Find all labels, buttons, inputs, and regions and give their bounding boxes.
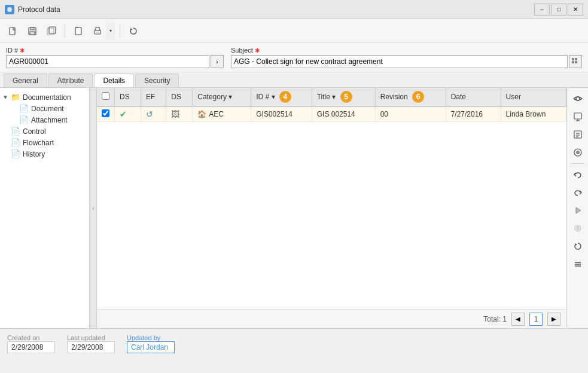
window-controls: – □ ✕ (534, 4, 583, 16)
svg-rect-14 (575, 58, 577, 60)
badge-button[interactable] (569, 144, 586, 161)
print-button[interactable] (89, 23, 106, 39)
tab-details[interactable]: Details (94, 74, 134, 87)
row-id: GIS002514 (251, 106, 312, 122)
undo-button[interactable] (569, 166, 586, 183)
print-dropdown-arrow[interactable]: ▾ (106, 23, 115, 39)
updated-by-value: Carl Jordan (127, 341, 175, 353)
table-header-row: DS EF DS Category ▾ ID # ▾ 4 Title ▾ 5 (97, 88, 566, 106)
ds1-check-icon: ✔ (120, 109, 127, 119)
next-page-button[interactable]: ▶ (547, 313, 560, 326)
subject-grid-button[interactable] (569, 55, 582, 68)
refresh2-button[interactable] (569, 238, 586, 255)
current-page: 1 (529, 313, 543, 326)
svg-rect-18 (574, 113, 581, 119)
col-header-id[interactable]: ID # ▾ 4 (251, 88, 312, 106)
tree-item-control[interactable]: 📄 Control (0, 126, 89, 137)
view-button[interactable] (569, 90, 586, 107)
created-on-label: Created on (7, 334, 55, 341)
app-icon (5, 5, 14, 14)
tree-item-attachment[interactable]: 📄 Attachment (8, 114, 89, 126)
sidebar-tree: ▼ 📁 Documentation 📄 Document 📄 Attachmen… (0, 88, 90, 328)
tree-item-history[interactable]: 📄 History (0, 148, 89, 160)
tree-item-document[interactable]: 📄 Document (8, 103, 89, 114)
main-toolbar: ▾ (0, 19, 588, 43)
id-input[interactable] (6, 55, 209, 68)
title-bar: Protocol data – □ ✕ (0, 0, 588, 19)
table-row[interactable]: ✔ ↺ 🖼 🏠AEC GIS002514 GIS 002514 (97, 106, 566, 122)
tree-item-documentation[interactable]: ▼ 📁 Documentation (0, 91, 89, 103)
attach-icon: 📄 (19, 115, 29, 124)
col-header-ds2: DS (166, 88, 193, 106)
updated-by-label: Updated by (127, 334, 175, 341)
svg-point-26 (576, 151, 580, 154)
select-all-checkbox[interactable] (102, 92, 109, 100)
last-updated-value: 2/29/2008 (67, 341, 115, 353)
created-on-value: 2/29/2008 (7, 341, 55, 353)
maximize-button[interactable]: □ (551, 4, 566, 16)
col-header-date: Date (446, 88, 501, 106)
svg-rect-10 (96, 27, 99, 30)
toolbar-separator-1 (65, 24, 65, 38)
right-toolbar: Ⓑ (566, 88, 588, 328)
id-arrow-button[interactable]: › (211, 55, 224, 68)
pagination-bar: Total: 1 ◀ 1 ▶ (97, 309, 566, 328)
row-ds1: ✔ (115, 106, 141, 122)
row-revision: 00 (375, 106, 446, 122)
tree-label-document: Document (31, 105, 64, 113)
subject-field-group: Subject ✱ (231, 47, 582, 68)
tree-label-attachment: Attachment (31, 116, 68, 124)
svg-rect-13 (572, 58, 574, 60)
row-category: 🏠AEC (193, 106, 251, 122)
row-checkbox-cell (97, 106, 115, 122)
prev-page-button[interactable]: ◀ (511, 313, 525, 326)
sort-badge-4: 4 (279, 91, 291, 103)
list2-button[interactable] (569, 256, 586, 273)
tree-item-flowchart[interactable]: 📄 Flowchart (0, 137, 89, 148)
total-label: Total: 1 (483, 315, 507, 323)
row-checkbox[interactable] (102, 109, 109, 117)
row-title: GIS 002514 (312, 106, 375, 122)
control-icon: 📄 (11, 127, 20, 136)
minimize-button[interactable]: – (534, 4, 550, 16)
tab-security[interactable]: Security (135, 74, 179, 87)
close-button[interactable]: ✕ (568, 4, 583, 16)
subject-input[interactable] (231, 55, 568, 68)
col-header-check (97, 88, 115, 106)
forward-button[interactable] (569, 202, 586, 219)
col-header-category[interactable]: Category ▾ (193, 88, 251, 106)
save-copy-button[interactable] (43, 23, 60, 39)
save-button[interactable] (24, 23, 41, 39)
tabs-row: General Attribute Details Security (0, 74, 588, 88)
tab-general[interactable]: General (4, 74, 47, 87)
updated-by-field: Updated by Carl Jordan (127, 334, 175, 353)
tree-label-flowchart: Flowchart (23, 139, 54, 147)
print-dropdown: ▾ (89, 23, 115, 39)
main-content: ▼ 📁 Documentation 📄 Document 📄 Attachmen… (0, 88, 588, 328)
folder-icon: 📁 (11, 93, 20, 102)
svg-rect-4 (30, 32, 35, 35)
checkout-button[interactable] (569, 108, 586, 125)
svg-rect-11 (96, 32, 99, 33)
col-header-ef: EF (141, 88, 166, 106)
col-header-title[interactable]: Title ▾ 5 (312, 88, 375, 106)
expand-icon: ▼ (2, 94, 11, 100)
window-title: Protocol data (18, 5, 60, 14)
row-user: Linda Brown (501, 106, 566, 122)
redo-button[interactable] (569, 184, 586, 201)
tab-attribute[interactable]: Attribute (48, 74, 93, 87)
col-header-revision[interactable]: Revision 6 (375, 88, 446, 106)
notes-button[interactable] (569, 126, 586, 143)
doc-icon: 📄 (19, 104, 29, 113)
attach-button[interactable] (70, 23, 87, 39)
refresh-button[interactable] (125, 23, 142, 39)
sidebar-collapse-handle[interactable]: ‹ (90, 88, 97, 328)
category-home-icon: 🏠 (197, 110, 206, 118)
id-label: ID # ✱ (6, 47, 224, 54)
b-button[interactable]: Ⓑ (569, 220, 586, 237)
tree-label-control: Control (23, 127, 46, 136)
new-button[interactable] (5, 23, 22, 39)
id-subject-area: ID # ✱ › Subject ✱ (0, 43, 588, 72)
records-table: DS EF DS Category ▾ ID # ▾ 4 Title ▾ 5 (97, 88, 566, 122)
svg-rect-3 (31, 27, 34, 30)
